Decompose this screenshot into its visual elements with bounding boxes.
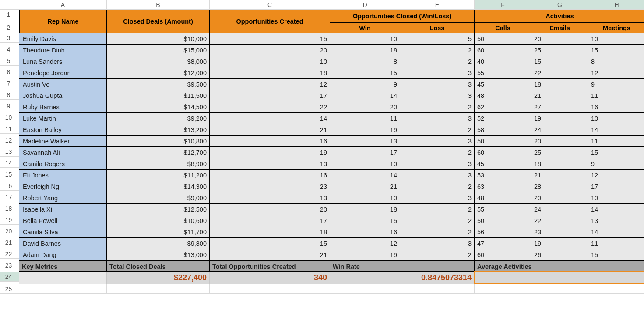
- cell-amount[interactable]: $9,500: [107, 79, 210, 90]
- cell-rep-name[interactable]: Camila Rogers: [19, 158, 107, 170]
- row-header[interactable]: 6: [0, 67, 19, 77]
- cell-win[interactable]: 14: [330, 90, 400, 101]
- cell-win[interactable]: 19: [330, 124, 400, 136]
- cell-loss[interactable]: 2: [400, 181, 475, 192]
- column-header[interactable]: H: [588, 0, 644, 10]
- cell-amount[interactable]: $10,600: [107, 215, 210, 226]
- cell-opp[interactable]: 13: [210, 158, 330, 170]
- cell-win[interactable]: 14: [330, 170, 400, 181]
- cell-meetings[interactable]: 10: [588, 113, 644, 124]
- cell-amount[interactable]: $9,200: [107, 113, 210, 124]
- cell-emails[interactable]: 22: [531, 67, 588, 79]
- row-header[interactable]: 16: [0, 181, 19, 191]
- key-metrics-label[interactable]: Key Metrics: [19, 261, 107, 272]
- empty-cell[interactable]: [107, 284, 210, 294]
- cell-amount[interactable]: $10,000: [107, 33, 210, 45]
- cell-opp[interactable]: 15: [210, 238, 330, 249]
- cell-win[interactable]: 20: [330, 101, 400, 113]
- cell-calls[interactable]: 55: [475, 67, 531, 79]
- cell-rep-name[interactable]: David Barnes: [19, 238, 107, 249]
- cell-meetings[interactable]: 9: [588, 158, 644, 170]
- cell-rep-name[interactable]: Adam Dang: [19, 249, 107, 261]
- cell-opp[interactable]: 14: [210, 113, 330, 124]
- cell-calls[interactable]: 63: [475, 181, 531, 192]
- cell-calls[interactable]: 48: [475, 192, 531, 204]
- cell-emails[interactable]: 25: [531, 45, 588, 56]
- cell-meetings[interactable]: 14: [588, 226, 644, 238]
- cell-loss[interactable]: 3: [400, 79, 475, 90]
- cell-opp[interactable]: 20: [210, 45, 330, 56]
- cell-rep-name[interactable]: Emily Davis: [19, 33, 107, 45]
- cell-emails[interactable]: 20: [531, 136, 588, 147]
- row-header[interactable]: 11: [0, 124, 19, 134]
- cell-opp[interactable]: 17: [210, 215, 330, 226]
- cell-calls[interactable]: 56: [475, 226, 531, 238]
- cell-amount[interactable]: $15,000: [107, 45, 210, 56]
- win-rate-label[interactable]: Win Rate: [330, 261, 475, 272]
- cell-rep-name[interactable]: Austin Vo: [19, 79, 107, 90]
- cell-meetings[interactable]: 15: [588, 249, 644, 261]
- cell-calls[interactable]: 50: [475, 215, 531, 226]
- cell-rep-name[interactable]: Camila Silva: [19, 226, 107, 238]
- cell-opp[interactable]: 20: [210, 204, 330, 215]
- cell-emails[interactable]: 15: [531, 56, 588, 67]
- cell-rep-name[interactable]: Savannah Ali: [19, 147, 107, 158]
- cell-meetings[interactable]: 12: [588, 67, 644, 79]
- cell-rep-name[interactable]: Bella Powell: [19, 215, 107, 226]
- cell-loss[interactable]: 3: [400, 238, 475, 249]
- cell-rep-name[interactable]: Robert Yang: [19, 192, 107, 204]
- cell-calls[interactable]: 60: [475, 249, 531, 261]
- cell-rep-name[interactable]: Theodore Dinh: [19, 45, 107, 56]
- cell-emails[interactable]: 26: [531, 249, 588, 261]
- cell-opp[interactable]: 22: [210, 101, 330, 113]
- cell-loss[interactable]: 3: [400, 136, 475, 147]
- cell-meetings[interactable]: 16: [588, 101, 644, 113]
- cell-emails[interactable]: 24: [531, 204, 588, 215]
- cell-meetings[interactable]: 10: [588, 33, 644, 45]
- row-header[interactable]: 1: [0, 10, 19, 19]
- summary-avg-activities[interactable]: [475, 272, 644, 284]
- cell-win[interactable]: 10: [330, 33, 400, 45]
- cell-win[interactable]: 15: [330, 67, 400, 79]
- cell-win[interactable]: 11: [330, 113, 400, 124]
- cell-calls[interactable]: 53: [475, 170, 531, 181]
- cell-meetings[interactable]: 17: [588, 181, 644, 192]
- cell-opp[interactable]: 21: [210, 249, 330, 261]
- cell-meetings[interactable]: 14: [588, 124, 644, 136]
- cell-opp[interactable]: 17: [210, 90, 330, 101]
- row-header[interactable]: 23: [0, 261, 19, 270]
- cell-meetings[interactable]: 12: [588, 170, 644, 181]
- cell-opp[interactable]: 13: [210, 192, 330, 204]
- cell-rep-name[interactable]: Joshua Gupta: [19, 90, 107, 101]
- cell-rep-name[interactable]: Madeline Walker: [19, 136, 107, 147]
- cell-meetings[interactable]: 15: [588, 147, 644, 158]
- cell-amount[interactable]: $12,000: [107, 67, 210, 79]
- cell-amount[interactable]: $11,700: [107, 226, 210, 238]
- cell-rep-name[interactable]: Luna Sanders: [19, 56, 107, 67]
- column-header[interactable]: G: [531, 0, 588, 10]
- cell-amount[interactable]: $11,200: [107, 170, 210, 181]
- cell-rep-name[interactable]: Ruby Barnes: [19, 101, 107, 113]
- cell-emails[interactable]: 19: [531, 238, 588, 249]
- cell-win[interactable]: 13: [330, 136, 400, 147]
- avg-activities-label[interactable]: Average Activities: [475, 261, 644, 272]
- cell-emails[interactable]: 20: [531, 192, 588, 204]
- row-header[interactable]: 18: [0, 204, 19, 213]
- cell-loss[interactable]: 3: [400, 113, 475, 124]
- cell-calls[interactable]: 50: [475, 33, 531, 45]
- summary-total-opp[interactable]: 340: [210, 272, 330, 284]
- cell-opp[interactable]: 15: [210, 33, 330, 45]
- row-header[interactable]: 15: [0, 170, 19, 179]
- cell-rep-name[interactable]: Easton Bailey: [19, 124, 107, 136]
- row-header[interactable]: 12: [0, 136, 19, 145]
- row-header[interactable]: 4: [0, 45, 19, 54]
- cell-calls[interactable]: 52: [475, 113, 531, 124]
- cell-calls[interactable]: 45: [475, 158, 531, 170]
- cell-loss[interactable]: 2: [400, 101, 475, 113]
- cell-win[interactable]: 21: [330, 181, 400, 192]
- cell-meetings[interactable]: 11: [588, 90, 644, 101]
- empty-cell[interactable]: [330, 284, 400, 294]
- cell-opp[interactable]: 12: [210, 79, 330, 90]
- cell-win[interactable]: 10: [330, 158, 400, 170]
- column-header[interactable]: F: [475, 0, 531, 10]
